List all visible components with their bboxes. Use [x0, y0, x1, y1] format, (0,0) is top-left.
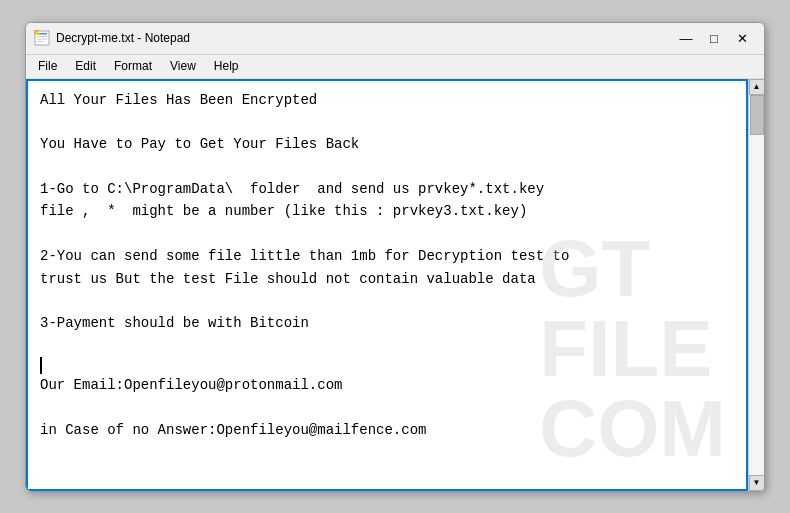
text-editor[interactable]: All Your Files Has Been Encrypted You Ha…: [26, 79, 748, 491]
text-line-5: 1-Go to C:\ProgramData\ folder and send …: [40, 178, 734, 200]
menu-view[interactable]: View: [162, 57, 204, 75]
notepad-window: Decrypt-me.txt - Notepad — □ ✕ File Edit…: [25, 22, 765, 492]
text-line-10: [40, 290, 734, 312]
menu-format[interactable]: Format: [106, 57, 160, 75]
title-bar: Decrypt-me.txt - Notepad — □ ✕: [26, 23, 764, 55]
svg-rect-4: [37, 41, 44, 42]
scroll-down-button[interactable]: ▼: [749, 475, 765, 491]
menu-file[interactable]: File: [30, 57, 65, 75]
svg-rect-2: [37, 36, 47, 37]
scrollbar[interactable]: ▲ ▼: [748, 79, 764, 491]
text-line-8: 2-You can send some file little than 1mb…: [40, 245, 734, 267]
text-line-13: Our Email:Openfileyou@protonmail.com: [40, 374, 734, 396]
svg-rect-3: [37, 39, 47, 40]
maximize-button[interactable]: □: [700, 26, 728, 50]
text-cursor: [40, 357, 42, 374]
text-line-11: 3-Payment should be with Bitcoin: [40, 312, 734, 334]
scrollbar-thumb[interactable]: [750, 95, 764, 135]
text-line-9: trust us But the test File should not co…: [40, 268, 734, 290]
close-button[interactable]: ✕: [728, 26, 756, 50]
minimize-button[interactable]: —: [672, 26, 700, 50]
text-line-12: [40, 335, 734, 357]
window-controls: — □ ✕: [672, 26, 756, 50]
text-line-6: file , * might be a number (like this : …: [40, 200, 734, 222]
menu-edit[interactable]: Edit: [67, 57, 104, 75]
text-line-1: All Your Files Has Been Encrypted: [40, 89, 734, 111]
menu-help[interactable]: Help: [206, 57, 247, 75]
text-line-3: You Have to Pay to Get Your Files Back: [40, 133, 734, 155]
cursor-line: [40, 357, 734, 374]
window-title: Decrypt-me.txt - Notepad: [56, 31, 672, 45]
notepad-icon: [34, 30, 50, 46]
text-line-15: in Case of no Answer:Openfileyou@mailfen…: [40, 419, 734, 441]
scroll-up-button[interactable]: ▲: [749, 79, 765, 95]
text-line-2: [40, 111, 734, 133]
text-line-14: [40, 396, 734, 418]
scrollbar-track[interactable]: [749, 95, 764, 475]
content-area: All Your Files Has Been Encrypted You Ha…: [26, 79, 764, 491]
menu-bar: File Edit Format View Help: [26, 55, 764, 79]
text-line-4: [40, 156, 734, 178]
text-line-7: [40, 223, 734, 245]
